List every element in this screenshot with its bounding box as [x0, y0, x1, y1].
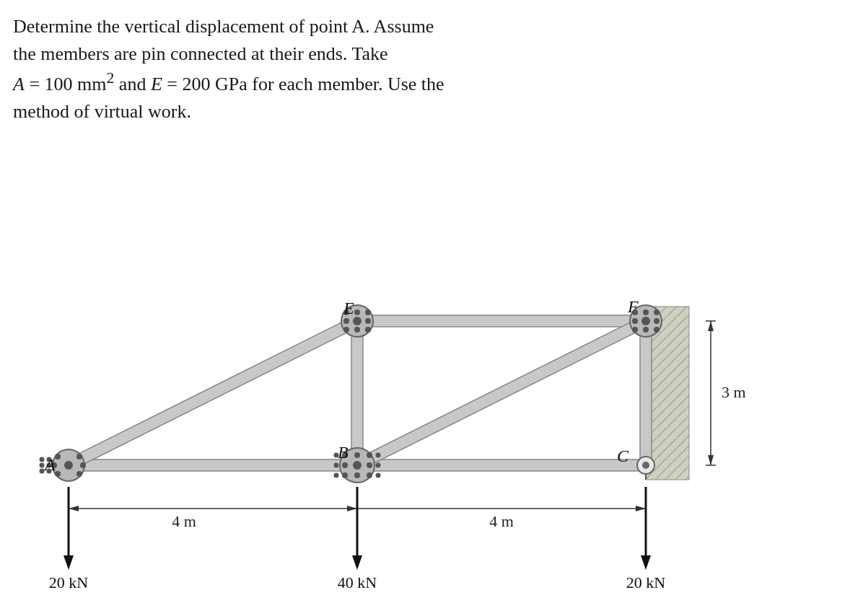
- svg-point-37: [367, 462, 372, 468]
- svg-point-40: [367, 472, 372, 478]
- node-e-label: E: [343, 299, 354, 317]
- svg-marker-9: [708, 455, 714, 465]
- svg-point-53: [365, 318, 371, 324]
- truss-diagram: 3 m: [0, 155, 863, 602]
- svg-point-63: [654, 318, 660, 324]
- svg-marker-72: [69, 506, 79, 511]
- node-c-label: C: [617, 446, 629, 465]
- dim-4m-left-label: 4 m: [172, 512, 196, 530]
- svg-point-34: [354, 452, 360, 458]
- svg-point-48: [353, 317, 362, 325]
- svg-point-56: [365, 327, 371, 333]
- svg-point-51: [365, 309, 371, 315]
- svg-point-29: [40, 463, 45, 468]
- svg-point-62: [632, 318, 638, 324]
- svg-point-43: [334, 473, 339, 478]
- node-b-label: B: [338, 443, 349, 462]
- svg-rect-12: [357, 315, 646, 327]
- svg-rect-16: [354, 316, 648, 470]
- svg-marker-76: [636, 506, 646, 511]
- svg-marker-73: [347, 506, 357, 511]
- svg-point-54: [343, 327, 349, 333]
- problem-statement: Determine the vertical displacement of p…: [13, 13, 836, 125]
- svg-rect-11: [357, 459, 646, 471]
- svg-point-18: [64, 461, 73, 470]
- svg-point-21: [55, 471, 61, 477]
- svg-point-36: [342, 462, 348, 468]
- node-a-label: A: [43, 455, 56, 474]
- svg-point-52: [343, 318, 349, 324]
- svg-rect-10: [69, 459, 357, 471]
- svg-point-61: [654, 309, 660, 315]
- svg-marker-82: [641, 555, 651, 570]
- svg-point-32: [353, 461, 362, 470]
- load-a-label: 20 kN: [49, 573, 89, 591]
- load-c-label: 20 kN: [626, 573, 666, 591]
- svg-point-55: [354, 327, 360, 333]
- svg-point-68: [642, 462, 649, 469]
- svg-point-58: [641, 317, 650, 325]
- svg-point-50: [354, 309, 360, 315]
- svg-point-35: [367, 452, 372, 458]
- svg-rect-15: [66, 316, 359, 470]
- svg-point-60: [643, 309, 649, 315]
- svg-point-22: [76, 471, 82, 477]
- problem-line1: Determine the vertical displacement of p…: [13, 13, 836, 40]
- problem-line3: A = 100 mm2 and E = 200 GPa for each mem…: [13, 67, 836, 97]
- load-b-label: 40 kN: [338, 573, 377, 591]
- svg-rect-13: [351, 321, 363, 465]
- svg-point-38: [342, 472, 348, 478]
- dim-3m-label: 3 m: [722, 383, 746, 401]
- svg-marker-78: [63, 555, 74, 570]
- svg-marker-80: [352, 555, 362, 570]
- svg-marker-8: [708, 321, 714, 331]
- svg-point-39: [354, 472, 360, 478]
- problem-line4: method of virtual work.: [13, 98, 836, 126]
- svg-point-24: [80, 462, 86, 468]
- svg-point-28: [40, 457, 45, 462]
- node-f-label: F: [627, 297, 639, 316]
- svg-point-65: [643, 327, 649, 333]
- svg-point-44: [376, 453, 381, 458]
- svg-point-30: [40, 469, 45, 474]
- svg-point-20: [76, 454, 82, 459]
- svg-point-45: [376, 463, 381, 468]
- svg-point-66: [654, 327, 660, 333]
- svg-point-19: [55, 454, 61, 459]
- svg-point-46: [376, 473, 381, 478]
- svg-point-64: [632, 327, 638, 333]
- dim-4m-right-label: 4 m: [489, 512, 514, 530]
- svg-rect-14: [640, 321, 652, 465]
- svg-point-42: [334, 463, 339, 468]
- problem-line2: the members are pin connected at their e…: [13, 40, 836, 68]
